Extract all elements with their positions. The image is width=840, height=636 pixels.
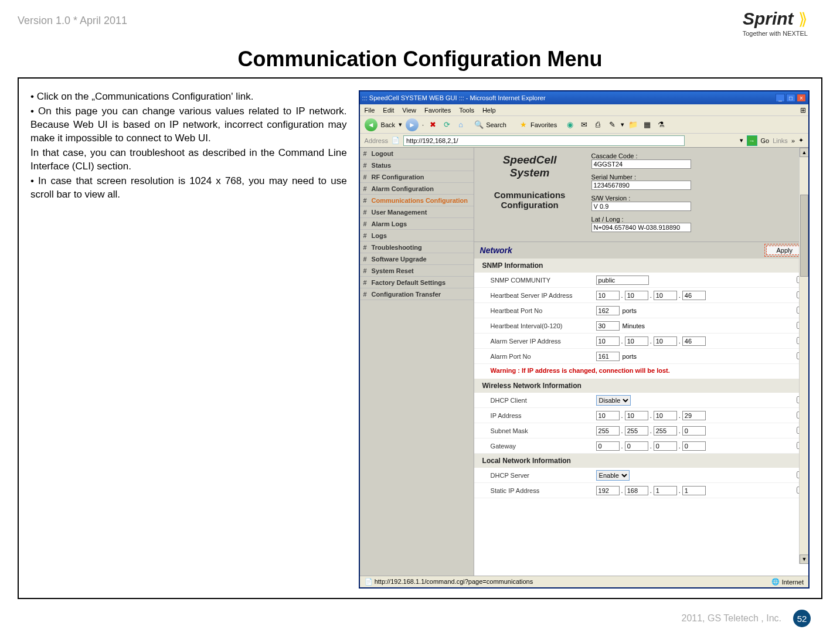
cascade-input[interactable] <box>591 159 691 169</box>
subnet-0[interactable] <box>596 426 620 436</box>
serial-input[interactable] <box>591 181 691 190</box>
menu-favorites[interactable]: Favorites <box>424 107 451 114</box>
wireless-subhead: Wireless Network Information <box>474 379 808 393</box>
search-button[interactable]: 🔍Search <box>470 118 511 132</box>
subnet-2[interactable] <box>654 426 677 436</box>
home-icon[interactable]: ⌂ <box>455 120 466 130</box>
alarm-ip-label: Alarm Server IP Address <box>491 338 596 345</box>
dhcp-server-select[interactable]: Enable <box>596 470 630 481</box>
print-icon[interactable]: ⎙ <box>593 120 603 130</box>
scroll-thumb[interactable] <box>800 195 808 277</box>
static-ip-1[interactable] <box>625 486 648 495</box>
bullet-2: • On this page you can change various va… <box>30 105 347 145</box>
subnet-1[interactable] <box>625 426 648 436</box>
menu-tools[interactable]: Tools <box>459 107 474 114</box>
hb-int-input[interactable] <box>596 321 620 331</box>
subnet-3[interactable] <box>682 426 706 436</box>
gateway-2[interactable] <box>654 441 677 451</box>
gateway-0[interactable] <box>596 441 620 451</box>
alarm-ip-0[interactable] <box>596 336 620 346</box>
menu-view[interactable]: View <box>402 107 416 114</box>
scroll-down-icon[interactable]: ▼ <box>800 555 808 564</box>
extra-icon-2[interactable]: ⚗ <box>656 120 666 130</box>
forward-button[interactable]: ► <box>406 118 419 131</box>
network-band: Network Apply <box>474 242 808 259</box>
folder-icon[interactable]: 📁 <box>628 120 638 130</box>
wip-0[interactable] <box>596 411 620 420</box>
dhcp-client-select[interactable]: Disable <box>596 395 631 406</box>
menu-file[interactable]: File <box>365 107 375 114</box>
sw-label: S/W Version : <box>591 195 802 202</box>
static-ip-0[interactable] <box>596 486 620 495</box>
vertical-scrollbar[interactable]: ▲ ▼ <box>799 148 808 564</box>
snmp-community-row: SNMP COMMUNITY <box>474 273 808 288</box>
alarm-ip-3[interactable] <box>682 336 706 346</box>
back-dropdown-icon[interactable]: ▾ <box>399 121 402 128</box>
maximize-button[interactable]: □ <box>786 94 795 102</box>
subnet-row: Subnet Mask . . . <box>474 423 808 438</box>
stop-icon[interactable]: ✖ <box>427 120 438 130</box>
sidebar-item-logout[interactable]: #Logout <box>360 148 474 159</box>
hb-ip-2[interactable] <box>654 291 677 300</box>
sidebar-item-status[interactable]: #Status <box>360 159 474 171</box>
wip-1[interactable] <box>625 411 648 420</box>
sidebar-item-alarm-logs[interactable]: #Alarm Logs <box>360 218 474 230</box>
menu-edit[interactable]: Edit <box>383 107 394 114</box>
scroll-up-icon[interactable]: ▲ <box>800 148 808 157</box>
page-icon-small: 📄 <box>365 578 373 585</box>
mail-icon[interactable]: ✉ <box>579 120 589 130</box>
gateway-1[interactable] <box>625 441 648 451</box>
back-label[interactable]: Back <box>381 121 395 128</box>
hb-port-input[interactable] <box>596 306 620 315</box>
menu-help[interactable]: Help <box>482 107 496 114</box>
go-button[interactable]: → <box>747 135 757 146</box>
gateway-row: Gateway . . . <box>474 438 808 454</box>
sidebar-item-users[interactable]: #User Management <box>360 206 474 218</box>
hb-ip-1[interactable] <box>625 291 648 300</box>
minimize-button[interactable]: _ <box>776 94 785 102</box>
alarm-port-input[interactable] <box>596 352 620 361</box>
alarm-ip-1[interactable] <box>625 336 648 346</box>
links-extra-icon[interactable]: ✦ <box>798 137 804 144</box>
dhcp-server-label: DHCP Server <box>491 472 596 479</box>
sw-input[interactable] <box>591 202 691 211</box>
static-ip-2[interactable] <box>654 486 677 495</box>
edit-icon[interactable]: ✎ <box>607 120 617 130</box>
sidebar-item-reset[interactable]: #System Reset <box>360 265 474 277</box>
hb-ip-0[interactable] <box>596 291 620 300</box>
links-chevron-icon[interactable]: » <box>791 137 795 144</box>
apply-button[interactable]: Apply <box>766 246 802 255</box>
sidebar-item-factory[interactable]: #Factory Default Settings <box>360 277 474 288</box>
sidebar-item-alarm-config[interactable]: #Alarm Configuration <box>360 183 474 195</box>
sidebar-item-upgrade[interactable]: #Software Upgrade <box>360 253 474 265</box>
sidebar-item-comms[interactable]: #Communications Configuration <box>360 195 474 206</box>
wip-3[interactable] <box>682 411 706 420</box>
address-dropdown-icon[interactable]: ▾ <box>740 137 743 144</box>
gateway-3[interactable] <box>682 441 706 451</box>
status-url: http://192.168.1.1/command.cgi?page=comm… <box>375 578 533 585</box>
main-content: SpeedCellSystem CommunicationsConfigurat… <box>474 148 808 576</box>
sidebar-item-troubleshoot[interactable]: #Troubleshooting <box>360 242 474 253</box>
history-icon[interactable]: ◉ <box>564 120 575 130</box>
sidebar-item-transfer[interactable]: #Configuration Transfer <box>360 288 474 300</box>
sidebar-item-logs[interactable]: #Logs <box>360 230 474 242</box>
static-ip-3[interactable] <box>682 486 706 495</box>
sidebar-item-label: Configuration Transfer <box>372 291 441 298</box>
latlng-input[interactable] <box>591 223 691 232</box>
address-input[interactable] <box>403 135 685 146</box>
close-button[interactable]: × <box>797 94 806 102</box>
refresh-icon[interactable]: ⟳ <box>441 120 452 130</box>
snmp-community-input[interactable] <box>596 276 649 285</box>
favorites-button[interactable]: ★Favorites <box>514 118 561 132</box>
serial-label: Serial Number : <box>591 174 802 181</box>
back-button[interactable]: ◄ <box>365 118 378 131</box>
wip-2[interactable] <box>654 411 677 420</box>
hb-port-row: Heartbeat Port No ports <box>474 303 808 318</box>
toolbar-dropdown-icon[interactable]: ▾ <box>621 121 624 128</box>
hb-ip-3[interactable] <box>682 291 706 300</box>
extra-icon-1[interactable]: ▦ <box>642 120 652 130</box>
alarm-ip-2[interactable] <box>654 336 677 346</box>
links-label[interactable]: Links <box>773 137 788 144</box>
sidebar-item-rf[interactable]: #RF Configuration <box>360 171 474 183</box>
page-line1: Communications <box>494 190 566 200</box>
